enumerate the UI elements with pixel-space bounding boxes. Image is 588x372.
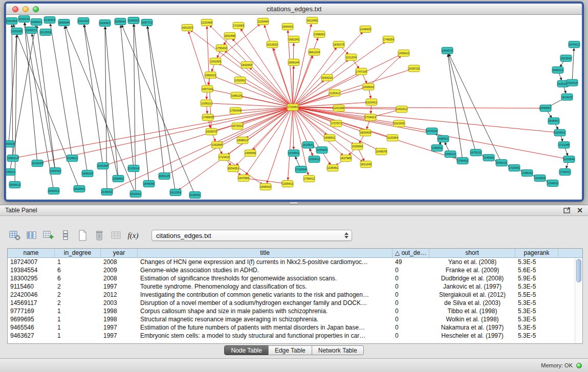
network-node[interactable]: 1820409 bbox=[360, 129, 371, 136]
network-node[interactable]: 1680521 bbox=[438, 136, 449, 142]
network-node[interactable]: 1830175 bbox=[333, 41, 344, 48]
network-node[interactable]: 1505954 bbox=[352, 143, 363, 150]
import-table-button[interactable] bbox=[110, 229, 123, 242]
network-node[interactable]: 1912054 bbox=[170, 189, 181, 196]
network-node[interactable]: 1204511 bbox=[554, 129, 565, 136]
network-node[interactable]: 1755434 bbox=[230, 107, 241, 114]
network-node[interactable]: 9254351 bbox=[228, 165, 239, 172]
network-node[interactable]: 1657162 bbox=[202, 85, 213, 92]
network-node[interactable]: 2133315 bbox=[44, 16, 55, 23]
network-node[interactable]: 1250412 bbox=[309, 156, 320, 163]
network-node[interactable]: 1658410 bbox=[260, 184, 271, 190]
network-node[interactable]: 2055412 bbox=[48, 188, 59, 194]
network-node[interactable]: 2581854 bbox=[6, 17, 17, 24]
table-scrollbar[interactable] bbox=[575, 258, 582, 343]
network-node[interactable]: 2184003 bbox=[128, 17, 139, 24]
network-node[interactable]: 1479105 bbox=[426, 128, 438, 135]
network-node[interactable]: 1928451 bbox=[99, 19, 111, 26]
network-node[interactable]: 1856144 bbox=[288, 59, 299, 65]
network-node[interactable]: 1211204 bbox=[345, 54, 357, 60]
network-node[interactable]: 2108451 bbox=[189, 192, 201, 199]
network-node[interactable]: 1647580 bbox=[238, 175, 249, 182]
network-node[interactable]: 1398081 bbox=[314, 31, 325, 37]
network-node[interactable]: 2261402 bbox=[78, 17, 89, 24]
network-node[interactable]: 1120364 bbox=[387, 135, 398, 141]
network-node[interactable]: 1845521 bbox=[26, 27, 37, 33]
show-columns-button[interactable] bbox=[25, 229, 38, 242]
network-node[interactable]: 1461612 bbox=[396, 106, 407, 113]
delete-table-button[interactable] bbox=[93, 229, 106, 242]
network-node[interactable]: 1865084 bbox=[58, 19, 70, 26]
table-mode-button[interactable] bbox=[8, 229, 21, 242]
network-node[interactable]: 2125014 bbox=[128, 165, 139, 172]
network-node[interactable]: 1235451 bbox=[327, 165, 338, 171]
network-node[interactable]: 2002143 bbox=[18, 15, 30, 22]
network-node[interactable]: 1948321 bbox=[31, 18, 42, 25]
network-node[interactable]: 1925410 bbox=[50, 168, 61, 174]
tab-node-table[interactable]: Node Table bbox=[224, 345, 269, 355]
network-node[interactable]: 1759420 bbox=[457, 158, 468, 164]
network-canvas[interactable]: 1724061180249817554301261065158202316571… bbox=[6, 15, 582, 200]
network-node[interactable]: 1085125 bbox=[231, 92, 242, 99]
network-node[interactable]: 1722065 bbox=[233, 22, 244, 29]
network-node[interactable]: 1534541 bbox=[288, 150, 299, 157]
table-row[interactable]: 977716911998Corpus callosum shape and si… bbox=[8, 307, 575, 315]
network-node[interactable]: 1679120 bbox=[470, 149, 482, 156]
window-titlebar[interactable]: citations_edges.txt bbox=[6, 4, 582, 15]
table-row[interactable]: 969969511998Structural magnetic resonanc… bbox=[8, 315, 575, 323]
network-node[interactable]: 1896025 bbox=[82, 170, 93, 177]
network-node[interactable]: 2146032 bbox=[101, 189, 113, 195]
column-header-title[interactable]: title bbox=[138, 249, 393, 257]
table-row[interactable]: 1456911722003Disruption of a novel membe… bbox=[8, 299, 575, 307]
network-node[interactable]: 2301025 bbox=[11, 28, 23, 34]
network-node[interactable]: 1210546 bbox=[563, 156, 575, 163]
network-node[interactable]: 1612622 bbox=[267, 41, 278, 48]
scrollbar-thumb[interactable] bbox=[576, 259, 581, 282]
network-node[interactable]: 1846210 bbox=[552, 67, 563, 73]
network-node[interactable]: 1222408 bbox=[201, 19, 212, 26]
network-node[interactable]: 1806512 bbox=[9, 182, 20, 188]
network-node[interactable]: 1581241 bbox=[288, 36, 299, 42]
network-node[interactable]: 2155021 bbox=[6, 169, 15, 176]
network-node[interactable]: 1707971 bbox=[331, 120, 342, 127]
window-zoom-button[interactable] bbox=[33, 6, 39, 12]
table-row[interactable]: 946554611997Estimation of the future num… bbox=[8, 323, 575, 332]
network-node[interactable]: 1747106 bbox=[356, 68, 367, 75]
network-node[interactable]: 1721045 bbox=[558, 142, 570, 148]
network-node[interactable]: 1811245 bbox=[360, 161, 372, 168]
network-node[interactable]: 1261065 bbox=[210, 58, 221, 64]
table-row[interactable]: 946362711997Embryonic stem cells: a mode… bbox=[8, 332, 575, 340]
column-header-in-degree[interactable]: in_degree bbox=[55, 249, 101, 257]
network-node[interactable]: 1607985 bbox=[340, 155, 352, 162]
network-node[interactable]: 1614025 bbox=[561, 94, 573, 100]
network-node[interactable]: 1520418 bbox=[567, 79, 578, 86]
network-node[interactable]: 1596210 bbox=[496, 160, 507, 166]
window-close-button[interactable] bbox=[12, 6, 18, 12]
table-row[interactable]: 1938455462009Genome-wide association stu… bbox=[8, 266, 575, 274]
network-node[interactable]: 1842654 bbox=[241, 61, 252, 68]
network-node[interactable]: 1964579 bbox=[442, 47, 453, 54]
network-node[interactable]: 1248405 bbox=[360, 26, 371, 32]
network-node[interactable]: 1980214 bbox=[7, 155, 18, 162]
column-header-out-de-[interactable]: △ out_de… bbox=[393, 249, 429, 257]
table-row[interactable]: 1830029562008Estimation of significance … bbox=[8, 274, 575, 282]
network-node[interactable]: 1458412 bbox=[398, 50, 409, 56]
network-node[interactable]: 1154206 bbox=[316, 147, 328, 154]
network-node[interactable]: 1723415 bbox=[219, 154, 230, 161]
new-table-button[interactable] bbox=[76, 229, 89, 242]
table-row[interactable]: 911546021997Tourette syndrome. Phenomeno… bbox=[8, 282, 575, 291]
network-node[interactable]: 1820541 bbox=[130, 191, 141, 198]
network-node[interactable]: 1898512 bbox=[237, 137, 248, 144]
row-cells-button[interactable] bbox=[59, 229, 72, 242]
column-header-short[interactable]: short bbox=[429, 249, 515, 257]
network-node[interactable]: 2001584 bbox=[97, 163, 108, 169]
network-node[interactable]: 1845096 bbox=[143, 181, 155, 187]
network-node[interactable]: 1601203 bbox=[182, 24, 193, 31]
network-node[interactable]: 1599581 bbox=[540, 105, 551, 112]
network-node[interactable]: 1802498 bbox=[224, 32, 235, 39]
network-node[interactable]: 1605570 bbox=[206, 128, 217, 135]
network-node[interactable]: 1968452 bbox=[113, 176, 124, 182]
network-node[interactable]: 1758412 bbox=[303, 176, 315, 182]
add-column-button[interactable] bbox=[42, 229, 55, 242]
tab-network-table[interactable]: Network Table bbox=[312, 345, 364, 355]
